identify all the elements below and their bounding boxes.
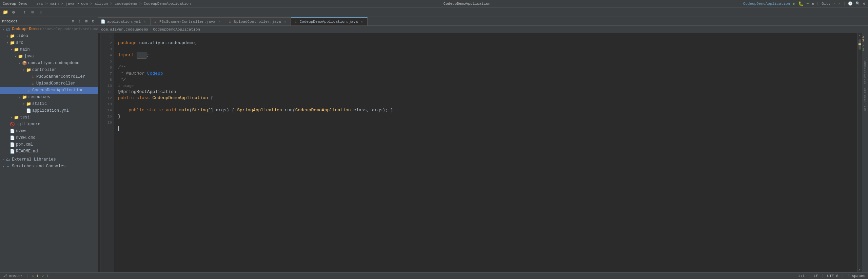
warning-indicator[interactable]: ⚠ 1 xyxy=(862,35,868,42)
sidebar-expand-btn[interactable]: ⊞ xyxy=(84,19,89,24)
tree-item-mvnwcmd[interactable]: ▸ 📄 mvnw.cmd xyxy=(0,134,98,141)
mvnwcmd-icon: 📄 xyxy=(9,135,15,141)
tab-label-codeup: CodeupDemoApplication.java xyxy=(300,20,358,24)
tab-close-codeup[interactable]: ✕ xyxy=(360,20,364,24)
author-link[interactable]: Codeup xyxy=(147,71,163,77)
breadcrumb-class[interactable]: CodeupDemoApplication xyxy=(153,27,200,32)
tree-item-pomxml[interactable]: ▸ 📄 pom.xml xyxy=(0,141,98,148)
arrow-root: ▾ xyxy=(1,27,5,31)
coverage-btn[interactable]: ☂ xyxy=(806,1,809,6)
tree-item-main[interactable]: ▾ 📁 main xyxy=(0,46,98,53)
checkmark-indicator[interactable]: ✓ 1 xyxy=(862,44,868,52)
sidebar-gear-btn[interactable]: ⚙ xyxy=(70,19,76,24)
folder-icon-controller: 📁 xyxy=(26,67,31,73)
folder-icon-test: 📁 xyxy=(14,115,19,120)
readme-icon: 📄 xyxy=(9,149,15,154)
arrow-ext-libs: ▸ xyxy=(1,157,5,162)
annotation-name[interactable]: SpringBootApplication xyxy=(121,89,176,95)
tab-close-yml[interactable]: ✕ xyxy=(143,20,147,24)
code-line-3 xyxy=(118,46,857,52)
arrow-package: ▾ xyxy=(18,61,22,65)
line-ending[interactable]: LF xyxy=(814,274,818,278)
tree-item-readme[interactable]: ▸ 📄 README.md xyxy=(0,148,98,155)
git-branch-name: master xyxy=(9,274,23,278)
ln-15: 15 xyxy=(100,113,112,119)
tree-item-root[interactable]: ▾ 🗂 Codeup-Demo D:\DevelopCode\private\C… xyxy=(0,26,98,33)
title-center: CodeupDemoApplication xyxy=(443,2,491,6)
collapse-btn[interactable]: ⊟ xyxy=(38,9,44,16)
cursor-line xyxy=(118,126,121,131)
tree-item-idea[interactable]: ▾ 📁 .idea xyxy=(0,33,98,39)
scroll-up-btn[interactable]: ▲ xyxy=(858,33,861,38)
tab-close-upload[interactable]: ✕ xyxy=(283,20,287,24)
breadcrumb-pkg[interactable]: com.aliyun.codeupdemo xyxy=(101,27,148,32)
tree-item-static[interactable]: ▾ 📁 static xyxy=(0,100,98,107)
yaml-icon: 📄 xyxy=(26,108,31,113)
profile-btn[interactable]: ◉ xyxy=(812,1,814,6)
tree-item-external-libs[interactable]: ▸ 🗂 External Libraries xyxy=(0,156,98,163)
sidebar-sort-btn[interactable]: ↕ xyxy=(77,19,82,24)
run-btn[interactable]: ▶ xyxy=(793,1,795,6)
tree-item-appyml[interactable]: ▸ 📄 application.yml xyxy=(0,107,98,114)
tree-item-src[interactable]: ▾ 📁 src xyxy=(0,39,98,46)
paren-open: ( xyxy=(190,107,192,113)
code-line-5 xyxy=(118,58,857,64)
ln-16: 16 xyxy=(100,119,112,126)
debug-btn[interactable]: 🐛 xyxy=(798,1,804,6)
dot-run: . xyxy=(282,107,285,113)
right-scrollbar[interactable]: ▲ ▼ xyxy=(857,33,862,272)
tab-application-yml[interactable]: 📄 application.yml ✕ xyxy=(98,17,151,25)
tab-codeup-app[interactable]: ☕ CodeupDemoApplication.java ✕ xyxy=(291,17,368,25)
sidebar-collapse-btn[interactable]: ⊟ xyxy=(91,19,96,24)
spring-app-class: SpringApplication xyxy=(237,107,282,113)
tree-item-resources[interactable]: ▾ 📁 resources xyxy=(0,94,98,100)
right-panel: 📄 application.yml ✕ ☕ P3cScannerControll… xyxy=(98,17,868,272)
sort-btn[interactable]: ↕ xyxy=(21,9,28,16)
git-vert-label[interactable]: Git xyxy=(863,104,868,112)
encoding[interactable]: UTF-8 xyxy=(827,274,839,278)
code-line-13: public static void main ( String [] args… xyxy=(118,107,857,113)
expand-btn[interactable]: ⊞ xyxy=(29,9,36,16)
indent-info[interactable]: 4 spaces xyxy=(847,274,865,278)
tree-item-gitignore[interactable]: ▸ 🚫 .gitignore xyxy=(0,121,98,128)
scroll-down-btn[interactable]: ▼ xyxy=(858,267,861,272)
line-col[interactable]: 1:1 xyxy=(798,274,805,278)
sidebar-header: Project ⚙ ↕ ⊞ ⊟ xyxy=(0,17,98,26)
status-warnings[interactable]: ⚠ 1 xyxy=(32,274,39,278)
comment-author-prefix: * xyxy=(118,71,126,77)
tree-item-upload[interactable]: ▸ ☕ UploadController xyxy=(0,80,98,87)
tree-item-package[interactable]: ▾ 📦 com.aliyun.codeupdemo xyxy=(0,60,98,67)
run-method: r xyxy=(285,107,288,113)
tree-item-java[interactable]: ▾ 📁 java xyxy=(0,53,98,60)
notifications-label[interactable]: Notifications xyxy=(863,59,868,86)
tab-label-yml: application.yml xyxy=(107,20,141,24)
search-btn[interactable]: 🔍 xyxy=(855,1,860,6)
status-checks[interactable]: ✓ 1 xyxy=(42,274,49,278)
settings-toolbar-btn[interactable]: ⚙ xyxy=(10,9,17,16)
main-label: main xyxy=(20,47,30,52)
tab-p3c[interactable]: ☕ P3cScannerController.java ✕ xyxy=(151,17,225,25)
tree-item-mvnw[interactable]: ▸ 📄 mvnw xyxy=(0,128,98,134)
tree-item-test[interactable]: ▸ 📁 test xyxy=(0,114,98,121)
controller-label: controller xyxy=(32,68,57,72)
run-config-label[interactable]: CodeupDemoApplication xyxy=(743,2,790,6)
package-icon: 📦 xyxy=(22,60,27,66)
tree-item-codeup-app[interactable]: ▸ ☕ CodeupDemoApplication xyxy=(0,87,98,94)
import-collapsed[interactable]: ... xyxy=(137,52,147,59)
tree-item-controller[interactable]: ▾ 📁 controller xyxy=(0,67,98,73)
project-icon[interactable]: 📁 xyxy=(2,9,9,16)
arrow-main: ▾ xyxy=(9,48,14,52)
codeup-app-label: CodeupDemoApplication xyxy=(32,88,83,93)
settings-btn[interactable]: ⚙ xyxy=(863,1,865,6)
code-area[interactable]: package com.aliyun.codeupdemo ; import .… xyxy=(114,33,857,272)
ext-libs-icon: 🗂 xyxy=(5,157,11,162)
line-numbers: 1 2 3 4 5 6 7 8 10 11 ▶ 12 13 ▶ 14 xyxy=(100,33,114,272)
code-line-8: */ xyxy=(118,77,857,83)
tab-upload[interactable]: ☕ UploadController.java ✕ xyxy=(225,17,291,25)
tree-item-scratches[interactable]: ▸ ✏️ Scratches and Consoles xyxy=(0,163,98,170)
tab-close-p3c[interactable]: ✕ xyxy=(217,20,221,24)
paren-close: ) xyxy=(226,107,229,113)
tree-item-p3c[interactable]: ▸ ☕ P3cScannerController xyxy=(0,73,98,80)
problems-label[interactable]: Problems xyxy=(863,86,868,104)
git-status[interactable]: ⎇ master xyxy=(3,274,23,278)
